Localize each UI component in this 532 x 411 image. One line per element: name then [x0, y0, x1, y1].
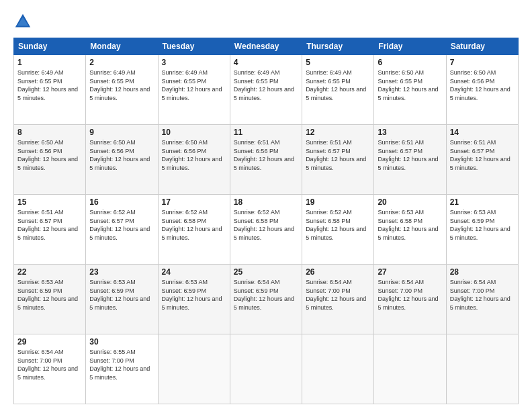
calendar-cell: 22 Sunrise: 6:53 AM Sunset: 6:59 PM Dayl…	[14, 265, 86, 334]
day-number: 10	[162, 128, 226, 137]
day-number: 3	[162, 58, 226, 67]
day-detail: Sunrise: 6:52 AM Sunset: 6:58 PM Dayligh…	[234, 208, 298, 242]
day-detail: Sunrise: 6:54 AM Sunset: 7:00 PM Dayligh…	[17, 348, 82, 381]
calendar-cell: 12 Sunrise: 6:51 AM Sunset: 6:57 PM Dayl…	[302, 125, 374, 195]
calendar-cell: 28 Sunrise: 6:54 AM Sunset: 7:00 PM Dayl…	[446, 265, 518, 334]
day-number: 23	[89, 267, 154, 277]
calendar-cell: 20 Sunrise: 6:53 AM Sunset: 6:58 PM Dayl…	[374, 195, 446, 265]
day-number: 22	[17, 267, 82, 277]
day-detail: Sunrise: 6:49 AM Sunset: 6:55 PM Dayligh…	[162, 68, 226, 102]
logo-icon	[13, 12, 32, 31]
calendar-cell: 19 Sunrise: 6:52 AM Sunset: 6:58 PM Dayl…	[302, 195, 374, 265]
day-header-saturday: Saturday	[446, 38, 518, 55]
calendar-cell: 18 Sunrise: 6:52 AM Sunset: 6:58 PM Dayl…	[230, 195, 302, 265]
calendar-cell: 14 Sunrise: 6:51 AM Sunset: 6:57 PM Dayl…	[446, 125, 518, 195]
calendar-cell: 6 Sunrise: 6:50 AM Sunset: 6:55 PM Dayli…	[374, 55, 446, 125]
day-detail: Sunrise: 6:54 AM Sunset: 7:00 PM Dayligh…	[378, 278, 442, 312]
day-number: 14	[450, 128, 515, 137]
day-detail: Sunrise: 6:53 AM Sunset: 6:59 PM Dayligh…	[162, 278, 226, 312]
day-number: 30	[89, 337, 154, 347]
calendar-cell: 7 Sunrise: 6:50 AM Sunset: 6:56 PM Dayli…	[446, 55, 518, 125]
day-header-tuesday: Tuesday	[158, 38, 230, 55]
calendar-cell: 23 Sunrise: 6:53 AM Sunset: 6:59 PM Dayl…	[86, 265, 158, 334]
day-detail: Sunrise: 6:50 AM Sunset: 6:55 PM Dayligh…	[378, 68, 442, 102]
day-number: 29	[17, 337, 82, 347]
day-number: 24	[162, 267, 226, 277]
calendar: SundayMondayTuesdayWednesdayThursdayFrid…	[13, 38, 519, 404]
day-number: 6	[378, 58, 442, 67]
day-number: 25	[234, 267, 298, 277]
calendar-cell: 11 Sunrise: 6:51 AM Sunset: 6:56 PM Dayl…	[230, 125, 302, 195]
day-number: 17	[162, 197, 226, 207]
calendar-cell: 30 Sunrise: 6:55 AM Sunset: 7:00 PM Dayl…	[86, 334, 158, 404]
day-header-sunday: Sunday	[14, 38, 86, 55]
day-header-thursday: Thursday	[302, 38, 374, 55]
day-detail: Sunrise: 6:54 AM Sunset: 7:00 PM Dayligh…	[450, 278, 515, 312]
calendar-cell: 2 Sunrise: 6:49 AM Sunset: 6:55 PM Dayli…	[86, 55, 158, 125]
calendar-cell: 24 Sunrise: 6:53 AM Sunset: 6:59 PM Dayl…	[158, 265, 230, 334]
calendar-cell	[446, 334, 518, 404]
calendar-cell	[374, 334, 446, 404]
day-number: 1	[17, 58, 82, 67]
day-detail: Sunrise: 6:49 AM Sunset: 6:55 PM Dayligh…	[234, 68, 298, 102]
day-number: 2	[89, 58, 154, 67]
day-number: 15	[17, 197, 82, 207]
day-detail: Sunrise: 6:52 AM Sunset: 6:57 PM Dayligh…	[89, 208, 154, 242]
day-detail: Sunrise: 6:50 AM Sunset: 6:56 PM Dayligh…	[162, 138, 226, 172]
calendar-cell: 21 Sunrise: 6:53 AM Sunset: 6:59 PM Dayl…	[446, 195, 518, 265]
day-detail: Sunrise: 6:49 AM Sunset: 6:55 PM Dayligh…	[17, 68, 82, 102]
day-detail: Sunrise: 6:53 AM Sunset: 6:59 PM Dayligh…	[17, 278, 82, 312]
day-detail: Sunrise: 6:51 AM Sunset: 6:57 PM Dayligh…	[17, 208, 82, 242]
day-number: 5	[306, 58, 370, 67]
day-detail: Sunrise: 6:54 AM Sunset: 7:00 PM Dayligh…	[306, 278, 370, 312]
calendar-cell: 1 Sunrise: 6:49 AM Sunset: 6:55 PM Dayli…	[14, 55, 86, 125]
day-detail: Sunrise: 6:50 AM Sunset: 6:56 PM Dayligh…	[89, 138, 154, 172]
calendar-cell: 15 Sunrise: 6:51 AM Sunset: 6:57 PM Dayl…	[14, 195, 86, 265]
day-detail: Sunrise: 6:50 AM Sunset: 6:56 PM Dayligh…	[17, 138, 82, 172]
calendar-header-row: SundayMondayTuesdayWednesdayThursdayFrid…	[14, 38, 519, 55]
header	[13, 12, 519, 31]
day-detail: Sunrise: 6:51 AM Sunset: 6:57 PM Dayligh…	[378, 138, 442, 172]
day-header-friday: Friday	[374, 38, 446, 55]
day-detail: Sunrise: 6:49 AM Sunset: 6:55 PM Dayligh…	[306, 68, 370, 102]
day-number: 26	[306, 267, 370, 277]
calendar-cell	[302, 334, 374, 404]
day-detail: Sunrise: 6:52 AM Sunset: 6:58 PM Dayligh…	[162, 208, 226, 242]
day-header-wednesday: Wednesday	[230, 38, 302, 55]
day-number: 27	[378, 267, 442, 277]
calendar-week-3: 15 Sunrise: 6:51 AM Sunset: 6:57 PM Dayl…	[14, 195, 519, 265]
calendar-cell: 26 Sunrise: 6:54 AM Sunset: 7:00 PM Dayl…	[302, 265, 374, 334]
calendar-cell: 17 Sunrise: 6:52 AM Sunset: 6:58 PM Dayl…	[158, 195, 230, 265]
day-detail: Sunrise: 6:51 AM Sunset: 6:57 PM Dayligh…	[450, 138, 515, 172]
day-number: 12	[306, 128, 370, 137]
day-header-monday: Monday	[86, 38, 158, 55]
day-detail: Sunrise: 6:51 AM Sunset: 6:57 PM Dayligh…	[306, 138, 370, 172]
day-detail: Sunrise: 6:52 AM Sunset: 6:58 PM Dayligh…	[306, 208, 370, 242]
calendar-cell: 16 Sunrise: 6:52 AM Sunset: 6:57 PM Dayl…	[86, 195, 158, 265]
day-number: 8	[17, 128, 82, 137]
page: SundayMondayTuesdayWednesdayThursdayFrid…	[0, 0, 532, 411]
day-number: 21	[450, 197, 515, 207]
day-number: 13	[378, 128, 442, 137]
day-number: 16	[89, 197, 154, 207]
day-detail: Sunrise: 6:55 AM Sunset: 7:00 PM Dayligh…	[89, 348, 154, 381]
calendar-cell: 3 Sunrise: 6:49 AM Sunset: 6:55 PM Dayli…	[158, 55, 230, 125]
calendar-cell: 9 Sunrise: 6:50 AM Sunset: 6:56 PM Dayli…	[86, 125, 158, 195]
calendar-cell	[230, 334, 302, 404]
day-number: 9	[89, 128, 154, 137]
calendar-week-4: 22 Sunrise: 6:53 AM Sunset: 6:59 PM Dayl…	[14, 265, 519, 334]
day-number: 7	[450, 58, 515, 67]
day-detail: Sunrise: 6:53 AM Sunset: 6:58 PM Dayligh…	[378, 208, 442, 242]
day-detail: Sunrise: 6:51 AM Sunset: 6:56 PM Dayligh…	[234, 138, 298, 172]
calendar-cell: 10 Sunrise: 6:50 AM Sunset: 6:56 PM Dayl…	[158, 125, 230, 195]
calendar-cell: 8 Sunrise: 6:50 AM Sunset: 6:56 PM Dayli…	[14, 125, 86, 195]
day-number: 11	[234, 128, 298, 137]
calendar-cell: 13 Sunrise: 6:51 AM Sunset: 6:57 PM Dayl…	[374, 125, 446, 195]
day-detail: Sunrise: 6:54 AM Sunset: 6:59 PM Dayligh…	[234, 278, 298, 312]
day-number: 20	[378, 197, 442, 207]
calendar-cell: 25 Sunrise: 6:54 AM Sunset: 6:59 PM Dayl…	[230, 265, 302, 334]
calendar-cell: 29 Sunrise: 6:54 AM Sunset: 7:00 PM Dayl…	[14, 334, 86, 404]
calendar-week-1: 1 Sunrise: 6:49 AM Sunset: 6:55 PM Dayli…	[14, 55, 519, 125]
day-detail: Sunrise: 6:50 AM Sunset: 6:56 PM Dayligh…	[450, 68, 515, 102]
day-number: 4	[234, 58, 298, 67]
